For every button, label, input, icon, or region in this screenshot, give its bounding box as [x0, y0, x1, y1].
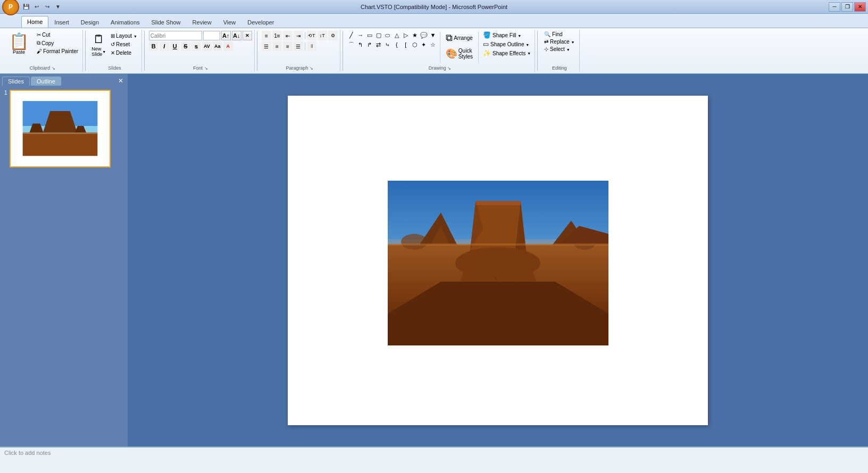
shape-brace[interactable]: { [393, 40, 401, 49]
layout-button[interactable]: ⊞ Layout ▼ [108, 32, 139, 40]
tab-design[interactable]: Design [75, 16, 105, 28]
find-button[interactable]: 🔍 Find [542, 31, 564, 38]
shape-outline-button[interactable]: ▭ Shape Outline ▼ [481, 40, 532, 48]
convert-smartart-btn[interactable]: ⚙ [328, 31, 338, 40]
shape-oval[interactable]: ⬭ [383, 31, 392, 39]
indent-inc-btn[interactable]: ⇥ [294, 31, 303, 40]
font-size-input[interactable] [203, 31, 220, 40]
shape-arrow[interactable]: → [356, 31, 365, 39]
shape-arc[interactable]: ⌒ [347, 40, 356, 49]
panel-close-btn[interactable]: ✕ [116, 76, 126, 86]
shape-curve-arrow[interactable]: ↰ [356, 40, 365, 49]
numbering-btn[interactable]: 1≡ [272, 31, 282, 40]
minimize-btn[interactable]: ─ [829, 2, 840, 12]
select-button[interactable]: ⊹ Select ▼ [542, 46, 572, 53]
paste-button[interactable]: 📋 Paste [4, 31, 34, 57]
shape-custom2[interactable]: ✦ [420, 40, 428, 49]
shape-star[interactable]: ★ [411, 31, 419, 39]
font-name-input[interactable] [149, 31, 202, 40]
restore-btn[interactable]: ❐ [841, 2, 853, 12]
tab-outline[interactable]: Outline [31, 77, 61, 86]
case-btn[interactable]: Aa [213, 41, 222, 51]
tab-developer[interactable]: Developer [241, 16, 280, 28]
quick-styles-button[interactable]: 🎨 QuickStyles [443, 46, 475, 61]
shape-custom3[interactable]: ☆ [429, 40, 437, 49]
group-clipboard: 📋 Paste ✂ Cut ⧉ Copy 🖌 Format Painter Cl… [2, 30, 83, 72]
align-text-btn[interactable]: ↕T [318, 31, 327, 40]
office-button[interactable]: P [2, 0, 19, 15]
svg-rect-30 [388, 243, 608, 246]
bold-btn[interactable]: B [149, 41, 158, 51]
align-left-btn[interactable]: ☰ [262, 41, 271, 51]
clear-format-btn[interactable]: ✕ [243, 31, 252, 40]
window-title: Chart.VSTO [Compatibility Mode] - Micros… [361, 4, 507, 10]
shape-callout[interactable]: 💬 [420, 31, 428, 39]
justify-btn[interactable]: ☰ [294, 41, 303, 51]
shape-curve-arrow2[interactable]: ↱ [365, 40, 374, 49]
svg-rect-3 [22, 133, 97, 156]
shape-double-arrow[interactable]: ⇄ [374, 40, 383, 49]
strikethrough-btn[interactable]: S [181, 41, 190, 51]
arrange-icon: ⧉ [446, 32, 453, 44]
copy-button[interactable]: ⧉ Copy [35, 39, 80, 47]
format-painter-button[interactable]: 🖌 Format Painter [35, 47, 80, 55]
color-btn[interactable]: A [223, 41, 233, 51]
underline-btn[interactable]: U [170, 41, 180, 51]
slide-photo [388, 181, 608, 345]
bullets-btn[interactable]: ≡ [262, 31, 271, 40]
shape-more[interactable]: ▼ [429, 31, 437, 39]
undo-quick-btn[interactable]: ↩ [32, 2, 41, 12]
cut-button[interactable]: ✂ Cut [35, 31, 80, 39]
slide-thumb-1[interactable] [10, 90, 111, 167]
tab-view[interactable]: View [218, 16, 242, 28]
shape-fill-button[interactable]: 🪣 Shape Fill ▼ [481, 31, 532, 39]
drawing-label: Drawing ↘ [345, 65, 535, 71]
shape-rect[interactable]: ▭ [365, 31, 374, 39]
shape-right-arrow[interactable]: ▷ [402, 31, 410, 39]
redo-quick-btn[interactable]: ↪ [43, 2, 52, 12]
decrease-font-btn[interactable]: A↓ [232, 31, 241, 40]
tab-home[interactable]: Home [21, 16, 48, 28]
sep4 [343, 31, 343, 71]
shape-outline-label: Shape Outline ▼ [490, 41, 529, 47]
spacing-btn[interactable]: AV [202, 41, 212, 51]
shape-round-rect[interactable]: ▢ [374, 31, 383, 39]
title-bar: P 💾 ↩ ↪ ▼ Chart.VSTO [Compatibility Mode… [0, 0, 868, 14]
ribbon-content: 📋 Paste ✂ Cut ⧉ Copy 🖌 Format Painter Cl… [0, 28, 868, 73]
font-label: Font ↘ [147, 65, 254, 71]
shape-triangle[interactable]: △ [393, 31, 401, 39]
tab-slide-show[interactable]: Slide Show [146, 16, 187, 28]
tab-review[interactable]: Review [187, 16, 218, 28]
paragraph-label: Paragraph ↘ [260, 65, 340, 71]
delete-button[interactable]: ✕ Delete [108, 49, 139, 57]
italic-btn[interactable]: I [160, 41, 169, 51]
reset-button[interactable]: ↺ Reset [108, 40, 139, 48]
group-slides: 🗒 NewSlide ▼ ⊞ Layout ▼ ↺ Reset ✕ Delete… [88, 30, 142, 72]
align-right-btn[interactable]: ≡ [283, 41, 293, 51]
text-direction-btn[interactable]: ⟲T [307, 31, 316, 40]
customize-quick-btn[interactable]: ▼ [53, 2, 63, 12]
notes-bar[interactable]: Click to add notes [0, 446, 868, 473]
close-btn[interactable]: ✕ [854, 2, 866, 12]
arrange-button[interactable]: ⧉ Arrange [443, 31, 475, 45]
shape-connector[interactable]: ⤷ [383, 40, 392, 49]
replace-button[interactable]: ⇄ Replace ▼ [542, 38, 577, 45]
columns-btn[interactable]: ⫴ [307, 41, 316, 51]
tab-animations[interactable]: Animations [105, 16, 145, 28]
tab-slides[interactable]: Slides [2, 77, 30, 86]
shape-bracket[interactable]: [ [402, 40, 410, 49]
select-label: Select ▼ [550, 46, 570, 52]
shadow-btn[interactable]: s [191, 41, 201, 51]
paste-label: Paste [13, 49, 25, 55]
save-quick-btn[interactable]: 💾 [21, 2, 31, 12]
new-slide-button[interactable]: 🗒 NewSlide ▼ [90, 31, 107, 58]
shape-effects-button[interactable]: ✨ Shape Effects ▼ [481, 49, 532, 57]
tab-insert[interactable]: Insert [48, 16, 75, 28]
increase-font-btn[interactable]: A↑ [221, 31, 231, 40]
slide-canvas[interactable] [288, 96, 708, 425]
select-icon: ⊹ [544, 46, 548, 52]
shape-line[interactable]: ╱ [347, 31, 356, 39]
shape-custom1[interactable]: ⬡ [411, 40, 419, 49]
indent-dec-btn[interactable]: ⇤ [283, 31, 293, 40]
center-btn[interactable]: ≡ [272, 41, 282, 51]
